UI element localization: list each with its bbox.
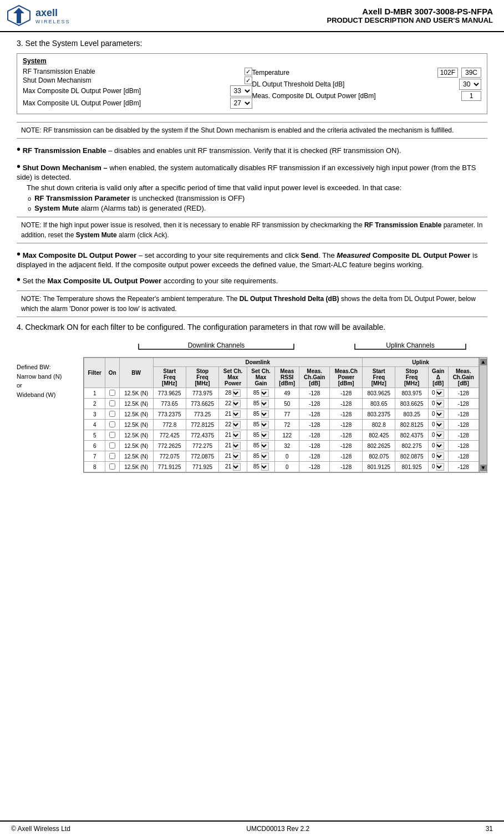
row-num: 7 bbox=[84, 451, 105, 462]
row-set-max-gain[interactable]: 85 ↕ bbox=[247, 399, 275, 409]
row-num: 8 bbox=[84, 462, 105, 472]
note2-text: NOTE: If the high input power issue is r… bbox=[21, 221, 482, 239]
step3-heading: 3. Set the System Level parameters: bbox=[17, 39, 487, 48]
sub-sys-mute: System Mute alarm (Alarms tab) is genera… bbox=[34, 204, 206, 212]
scroll-up[interactable]: ▲ bbox=[480, 359, 487, 365]
scroll-down[interactable]: ▼ bbox=[480, 465, 487, 471]
scrollbar[interactable]: ▲ ▼ bbox=[479, 358, 487, 472]
rf-enable-checkbox[interactable]: ✓ bbox=[245, 68, 252, 75]
page-header: axell WIRELESS Axell D-MBR 3007-3008-PS-… bbox=[0, 0, 504, 32]
row-meas-ch-pwr: -128 bbox=[330, 430, 363, 441]
row-ul-stop: 802.4375 bbox=[395, 430, 428, 441]
bullet3-bold: Max Composite DL Output Power bbox=[23, 251, 137, 259]
row-meas-rssi: 77 bbox=[275, 409, 299, 420]
row-ul-stop: 803.975 bbox=[395, 388, 428, 399]
row-set-max-gain[interactable]: 85 ↕ bbox=[247, 462, 275, 472]
row-on-checkbox[interactable] bbox=[105, 409, 119, 420]
row-meas-ch-gain: -128 bbox=[299, 451, 330, 462]
row-gain-delta[interactable]: 0 ↕ bbox=[428, 451, 448, 462]
row-set-max-gain[interactable]: 85 ↕ bbox=[247, 430, 275, 441]
row-set-max-pwr[interactable]: 21 ↕ bbox=[219, 462, 247, 472]
row-gain-delta[interactable]: 0 ↕ bbox=[428, 462, 448, 472]
row-ul-stop: 802.8125 bbox=[395, 420, 428, 430]
note1-text: NOTE: RF transmission can be disabled by… bbox=[21, 126, 454, 134]
sys-row-max-dl: Max Composite DL Output Power [dBm] 33 bbox=[23, 85, 252, 97]
row-meas-ch-gain: -128 bbox=[299, 409, 330, 420]
note3-text: NOTE: The Temperature shows the Repeater… bbox=[21, 295, 476, 313]
row-set-max-gain[interactable]: 85 ↕ bbox=[247, 420, 275, 430]
row-set-max-pwr[interactable]: 22 ↕ bbox=[219, 399, 247, 409]
row-set-max-pwr[interactable]: 22 ↕ bbox=[219, 420, 247, 430]
row-set-max-pwr[interactable]: 21 ↕ bbox=[219, 430, 247, 441]
max-ul-select[interactable]: 27 bbox=[230, 98, 252, 109]
row-dl-start: 772.2625 bbox=[153, 441, 186, 451]
row-gain-delta[interactable]: 0 ↕ bbox=[428, 399, 448, 409]
row-meas-ch-gain: -128 bbox=[299, 388, 330, 399]
row-num: 4 bbox=[84, 420, 105, 430]
sys-row-rf-enable: RF Transmission Enable ✓ bbox=[23, 67, 252, 76]
row-meas-rssi: 122 bbox=[275, 430, 299, 441]
header-titles: Axell D-MBR 3007-3008-PS-NFPA PRODUCT DE… bbox=[72, 7, 493, 24]
bullet1-bold: RF Transmission Enable bbox=[23, 146, 106, 155]
shutdown-checkbox[interactable]: ✓ bbox=[245, 77, 252, 84]
row-set-max-pwr[interactable]: 21 ↕ bbox=[219, 409, 247, 420]
table-scroll-area: Filter On BW Downlink Uplink StartFreq[M… bbox=[84, 358, 479, 472]
row-num: 3 bbox=[84, 409, 105, 420]
th-uplink-group: Uplink bbox=[363, 358, 479, 367]
th-ul-stop: StopFreq[MHz] bbox=[395, 367, 428, 388]
sub-item-rf-param: o RF Transmission Parameter is unchecked… bbox=[28, 194, 487, 202]
row-meas-ch-pwr: -128 bbox=[330, 451, 363, 462]
system-box-title: System bbox=[23, 57, 481, 65]
table-row: 712.5K (N)772.075772.087521 ↕85 ↕0-128-1… bbox=[84, 451, 479, 462]
th-ul-start: StartFreq[MHz] bbox=[363, 367, 395, 388]
row-on-checkbox[interactable] bbox=[105, 399, 119, 409]
row-dl-start: 773.9625 bbox=[153, 388, 186, 399]
sys-row-max-ul: Max Composite UL Output Power [dBm] 27 bbox=[23, 97, 252, 109]
bullet4-dot: • bbox=[17, 273, 21, 286]
row-set-max-pwr[interactable]: 21 ↕ bbox=[219, 451, 247, 462]
max-dl-label: Max Composite DL Output Power [dBm] bbox=[23, 87, 227, 95]
row-set-max-gain[interactable]: 85 ↕ bbox=[247, 441, 275, 451]
row-on-checkbox[interactable] bbox=[105, 388, 119, 399]
row-dl-stop: 772.4375 bbox=[186, 430, 218, 441]
sys-row-meas-dl: Meas. Composite DL Output Power [dBm] 1 bbox=[252, 90, 482, 101]
bullet1-dot: • bbox=[17, 143, 21, 155]
row-gain-delta[interactable]: 0 ↕ bbox=[428, 409, 448, 420]
row-gain-delta[interactable]: 0 ↕ bbox=[428, 430, 448, 441]
table-row: 312.5K (N)773.2375773.2521 ↕85 ↕77-128-1… bbox=[84, 409, 479, 420]
row-on-checkbox[interactable] bbox=[105, 462, 119, 472]
row-bw: 12.5K (N) bbox=[119, 462, 153, 472]
row-set-max-pwr[interactable]: 28 ↕ bbox=[219, 388, 247, 399]
bullet2-bold: Shut Down Mechanism – bbox=[23, 164, 108, 172]
logo-name: axell bbox=[35, 7, 70, 19]
header-product: Axell D-MBR 3007-3008-PS-NFPA bbox=[72, 7, 493, 16]
system-grid: RF Transmission Enable ✓ Shut Down Mecha… bbox=[23, 67, 481, 109]
row-gain-delta[interactable]: 0 ↕ bbox=[428, 420, 448, 430]
row-set-max-gain[interactable]: 85 ↕ bbox=[247, 451, 275, 462]
row-set-max-gain[interactable]: 85 ↕ bbox=[247, 409, 275, 420]
row-on-checkbox[interactable] bbox=[105, 430, 119, 441]
th-bw: BW bbox=[119, 358, 153, 388]
row-set-max-gain[interactable]: 85 ↕ bbox=[247, 388, 275, 399]
max-dl-select[interactable]: 33 bbox=[230, 85, 252, 96]
row-ul-start: 802.075 bbox=[363, 451, 395, 462]
table-row: 412.5K (N)772.8772.812522 ↕85 ↕72-128-12… bbox=[84, 420, 479, 430]
dl-threshold-select[interactable]: 30 bbox=[459, 79, 481, 90]
row-on-checkbox[interactable] bbox=[105, 441, 119, 451]
note2-box: NOTE: If the high input power issue is r… bbox=[17, 217, 487, 243]
row-bw: 12.5K (N) bbox=[119, 430, 153, 441]
footer-page: 31 bbox=[486, 825, 493, 833]
sys-row-temp: Temperature 102F 39C bbox=[252, 67, 482, 78]
meas-dl-label: Meas. Composite DL Output Power [dBm] bbox=[252, 92, 459, 100]
row-bw: 12.5K (N) bbox=[119, 441, 153, 451]
row-ul-stop: 802.0875 bbox=[395, 451, 428, 462]
th-on: On bbox=[105, 358, 119, 388]
row-ul-stop: 803.6625 bbox=[395, 399, 428, 409]
bullet2-sublist: o RF Transmission Parameter is unchecked… bbox=[28, 194, 487, 212]
row-on-checkbox[interactable] bbox=[105, 451, 119, 462]
temp-label: Temperature bbox=[252, 69, 434, 77]
row-set-max-pwr[interactable]: 21 ↕ bbox=[219, 441, 247, 451]
row-gain-delta[interactable]: 0 ↕ bbox=[428, 441, 448, 451]
row-gain-delta[interactable]: 0 ↕ bbox=[428, 388, 448, 399]
row-on-checkbox[interactable] bbox=[105, 420, 119, 430]
